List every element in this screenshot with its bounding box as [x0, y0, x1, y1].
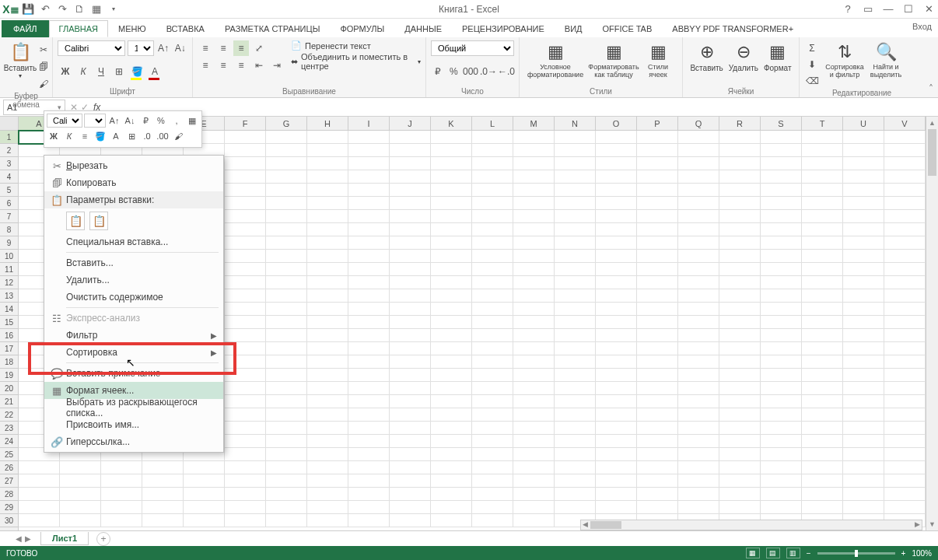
- cell[interactable]: [390, 276, 431, 289]
- cell[interactable]: [60, 501, 101, 514]
- formula-input[interactable]: [105, 100, 938, 115]
- zoom-slider[interactable]: [817, 552, 895, 555]
- cell[interactable]: [19, 461, 60, 474]
- cell[interactable]: [390, 355, 431, 369]
- cell[interactable]: [348, 210, 390, 223]
- col-header[interactable]: M: [513, 117, 555, 130]
- cell[interactable]: [555, 501, 596, 514]
- cell[interactable]: [555, 316, 596, 329]
- cell[interactable]: [802, 303, 843, 316]
- cell[interactable]: [142, 501, 184, 514]
- cell[interactable]: [884, 303, 926, 316]
- cell[interactable]: [843, 131, 884, 144]
- cell[interactable]: [513, 382, 555, 395]
- cell[interactable]: [843, 250, 884, 263]
- cell[interactable]: [555, 488, 596, 501]
- paste-option-values[interactable]: 📋: [89, 212, 108, 230]
- format-as-table-button[interactable]: ▦Форматировать как таблицу: [586, 40, 641, 81]
- ctx-hyperlink[interactable]: 🔗Гиперссылка...: [44, 433, 223, 450]
- border-button[interactable]: ⊞: [111, 64, 127, 79]
- cell[interactable]: [142, 461, 184, 474]
- cell[interactable]: [307, 501, 348, 514]
- col-header[interactable]: J: [390, 117, 431, 130]
- cell[interactable]: [637, 223, 678, 236]
- row-header[interactable]: 16: [0, 329, 18, 342]
- cell[interactable]: [513, 263, 555, 276]
- row-header[interactable]: 27: [0, 474, 18, 488]
- cell[interactable]: [802, 408, 843, 422]
- row-header[interactable]: 18: [0, 355, 18, 369]
- cell[interactable]: [596, 461, 637, 474]
- cell[interactable]: [348, 408, 390, 422]
- cell[interactable]: [637, 170, 678, 184]
- cell[interactable]: [225, 131, 266, 144]
- cell[interactable]: [390, 382, 431, 395]
- cell[interactable]: [266, 197, 307, 210]
- col-header[interactable]: H: [307, 117, 348, 130]
- cell[interactable]: [555, 250, 596, 263]
- cell[interactable]: [225, 448, 266, 461]
- cell[interactable]: [472, 408, 513, 422]
- cell[interactable]: [513, 448, 555, 461]
- mini-size-select[interactable]: 11: [84, 114, 106, 128]
- sheet-nav-prev-icon[interactable]: ◀: [16, 534, 22, 543]
- cell[interactable]: [472, 236, 513, 250]
- cell[interactable]: [225, 184, 266, 197]
- cell[interactable]: [348, 501, 390, 514]
- cell[interactable]: [472, 382, 513, 395]
- cell[interactable]: [390, 474, 431, 488]
- cell[interactable]: [843, 488, 884, 501]
- cell[interactable]: [637, 303, 678, 316]
- cell[interactable]: [390, 422, 431, 435]
- cell[interactable]: [555, 223, 596, 236]
- mini-fontcolor-icon[interactable]: A: [109, 129, 123, 143]
- cell[interactable]: [390, 144, 431, 157]
- cell[interactable]: [101, 474, 142, 488]
- col-header[interactable]: N: [555, 117, 596, 130]
- cell[interactable]: [513, 488, 555, 501]
- cell[interactable]: [472, 474, 513, 488]
- fill-color-button[interactable]: 🪣: [129, 64, 145, 79]
- cell[interactable]: [761, 170, 802, 184]
- cell[interactable]: [225, 369, 266, 382]
- tab-home[interactable]: ГЛАВНАЯ: [49, 20, 108, 37]
- cell[interactable]: [431, 342, 472, 355]
- save-icon[interactable]: 💾: [22, 3, 34, 16]
- ctx-filter[interactable]: Фильтр▶: [44, 327, 223, 344]
- scroll-down-icon[interactable]: ▼: [926, 518, 938, 530]
- cell[interactable]: [802, 144, 843, 157]
- cell[interactable]: [884, 395, 926, 408]
- cell[interactable]: [431, 488, 472, 501]
- cell[interactable]: [266, 157, 307, 170]
- cell[interactable]: [637, 210, 678, 223]
- row-header[interactable]: 9: [0, 236, 18, 250]
- cell[interactable]: [513, 501, 555, 514]
- cell[interactable]: [678, 276, 719, 289]
- cell[interactable]: [802, 197, 843, 210]
- cell[interactable]: [431, 263, 472, 276]
- cell[interactable]: [307, 170, 348, 184]
- cell[interactable]: [719, 184, 761, 197]
- cell[interactable]: [472, 131, 513, 144]
- cell[interactable]: [761, 276, 802, 289]
- italic-button[interactable]: К: [75, 64, 91, 79]
- cell[interactable]: [843, 369, 884, 382]
- cell[interactable]: [678, 488, 719, 501]
- cell[interactable]: [761, 289, 802, 303]
- cell[interactable]: [431, 144, 472, 157]
- cell[interactable]: [431, 474, 472, 488]
- cell[interactable]: [307, 488, 348, 501]
- cell[interactable]: [225, 461, 266, 474]
- cell[interactable]: [596, 263, 637, 276]
- cell[interactable]: [431, 276, 472, 289]
- cell[interactable]: [19, 474, 60, 488]
- cell[interactable]: [678, 422, 719, 435]
- cell[interactable]: [719, 263, 761, 276]
- cell[interactable]: [884, 461, 926, 474]
- cell[interactable]: [884, 289, 926, 303]
- cell[interactable]: [843, 184, 884, 197]
- cell[interactable]: [884, 329, 926, 342]
- paste-option-default[interactable]: 📋: [66, 212, 85, 230]
- cell[interactable]: [596, 144, 637, 157]
- cell[interactable]: [390, 488, 431, 501]
